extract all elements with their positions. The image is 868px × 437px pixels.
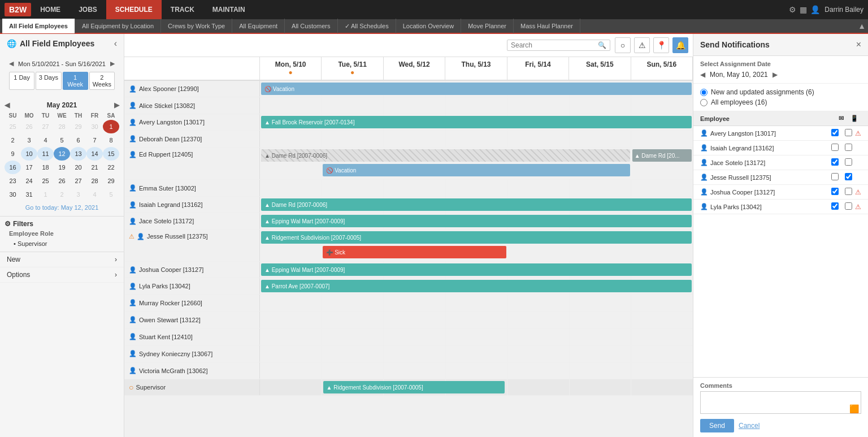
cal-day[interactable]: 17 [21,161,37,174]
day-cell[interactable] [570,97,632,114]
day-cell[interactable] [446,345,508,362]
cal-day[interactable]: 28 [86,174,103,188]
subnav-all-customers[interactable]: All Customers [285,19,337,33]
mobile-check-joshua[interactable] [841,188,855,196]
goto-today-link[interactable]: Go to today: May 12, 2021 [25,204,99,211]
cal-day[interactable]: 15 [103,147,119,161]
cal-day[interactable]: 7 [86,133,103,147]
notif-date-prev[interactable]: ◀ [700,71,705,79]
email-check-avery[interactable] [828,129,841,137]
cal-day[interactable]: 3 [70,188,86,201]
subnav-expand[interactable]: ▲ [858,21,866,31]
cal-day[interactable]: 14 [86,147,103,161]
day-cell[interactable] [384,295,446,311]
cal-day[interactable]: 2 [5,133,21,147]
date-prev-arrow[interactable]: ◀ [9,60,14,67]
day-cell[interactable] [260,362,322,379]
cal-day[interactable]: 5 [103,188,119,201]
cal-day[interactable]: 22 [103,161,119,174]
options-menu-item[interactable]: Options › [0,267,124,283]
radio-all-employees[interactable]: All employees (16) [700,98,861,106]
mobile-check-avery[interactable] [841,129,855,137]
cal-day[interactable]: 29 [70,120,86,133]
cal-day[interactable]: 4 [37,133,54,147]
day-cell[interactable] [446,362,508,379]
subnav-all-schedules[interactable]: ✓ All Schedules [338,19,396,33]
assignment-supervisor[interactable]: ▲ Ridgement Subdivision [2007-0005] [323,381,505,393]
cal-day[interactable]: 6 [70,133,86,147]
cal-day[interactable]: 12 [54,147,70,161]
day-cell[interactable] [322,311,384,328]
nav-maintain[interactable]: MAINTAIN [203,0,254,19]
cal-prev-arrow[interactable]: ◀ [5,101,10,109]
cal-day[interactable]: 13 [70,147,86,161]
new-menu-item[interactable]: New › [0,252,124,267]
cal-day[interactable]: 19 [54,161,70,174]
day-cell[interactable] [260,345,322,362]
subnav-mass-haul-planner[interactable]: Mass Haul Planner [514,19,580,33]
assignment-vacation-alex[interactable]: 🚫 Vacation [261,83,692,95]
cal-day[interactable]: 25 [37,174,54,188]
day-cell[interactable] [570,328,632,345]
day-cell[interactable] [631,97,693,114]
cancel-button[interactable]: Cancel [739,422,760,430]
day-cell[interactable] [570,362,632,379]
assignment-ed-striped[interactable]: ▲ Dame Rd [2007-0006] [261,149,630,162]
day-cell[interactable] [322,131,384,147]
day-cell[interactable]: ▲ Ridgement Subdivision [2007-0005] [322,379,384,395]
assignment-ed-vacation[interactable]: 🚫 Vacation [323,164,630,176]
cal-next-arrow[interactable]: ▶ [114,101,119,109]
email-check-jace[interactable] [828,158,841,167]
subnav-location-overview[interactable]: Location Overview [396,19,462,33]
cal-day[interactable]: 5 [54,133,70,147]
location-toolbar-icon[interactable]: 📍 [653,37,669,53]
assignment-avery[interactable]: ▲ Fall Brook Reservoir [2007-0134] [261,116,692,128]
cal-day[interactable]: 21 [86,161,103,174]
view-2weeks[interactable]: 2 Weeks [89,72,115,90]
day-cell[interactable] [631,295,693,311]
day-cell[interactable] [507,379,570,395]
day-cell[interactable] [260,311,322,328]
radio-all-input[interactable] [700,99,708,106]
day-cell[interactable] [631,180,693,196]
day-cell[interactable] [570,180,632,196]
assignment-jesse-1[interactable]: ▲ Ridgement Subdivision [2007-0005] [261,231,692,244]
date-next-arrow[interactable]: ▶ [110,60,115,67]
cal-day[interactable]: 10 [21,147,37,161]
cal-day[interactable]: 1 [103,120,119,133]
app-logo[interactable]: B2W [5,3,31,16]
cal-day[interactable]: 29 [103,174,119,188]
nav-jobs[interactable]: JOBS [70,0,106,19]
day-cell[interactable] [631,345,693,362]
day-cell[interactable] [507,345,570,362]
day-cell[interactable] [507,97,570,114]
day-cell[interactable] [260,379,322,395]
bell-toolbar-icon[interactable]: 🔔 [672,37,688,53]
day-cell[interactable] [260,180,322,196]
day-cell[interactable] [446,131,508,147]
day-cell[interactable] [570,311,632,328]
day-cell[interactable] [570,379,632,395]
cal-day[interactable]: 24 [21,174,37,188]
nav-schedule[interactable]: SCHEDULE [106,0,162,19]
nav-home[interactable]: HOME [31,0,70,19]
cal-day[interactable]: 31 [21,188,37,201]
day-cell[interactable] [260,97,322,114]
day-cell[interactable] [322,180,384,196]
cal-day[interactable]: 27 [37,120,54,133]
cal-day[interactable]: 27 [70,174,86,188]
cal-day[interactable]: 9 [5,147,21,161]
search-box[interactable]: 🔍 [507,40,610,51]
day-cell[interactable] [570,295,632,311]
day-cell[interactable] [507,295,570,311]
email-check-lyla[interactable] [828,202,841,211]
nav-track[interactable]: TRACK [162,0,203,19]
warning-toolbar-icon[interactable]: ⚠ [634,37,650,53]
day-cell[interactable] [631,362,693,379]
subnav-all-field-employees[interactable]: All Field Employees [2,19,75,33]
cal-day[interactable]: 18 [37,161,54,174]
radio-new-assignments[interactable]: New and updated assignments (6) [700,88,861,96]
day-cell[interactable] [260,328,322,345]
day-cell[interactable] [384,311,446,328]
day-cell[interactable] [384,328,446,345]
